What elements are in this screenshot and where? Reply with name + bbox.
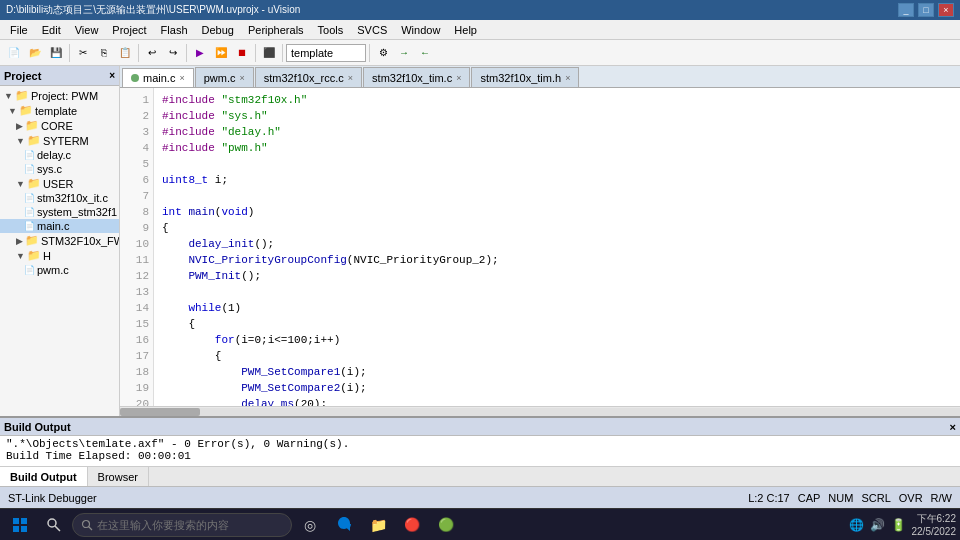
menu-window[interactable]: Window — [395, 22, 446, 38]
build-button[interactable]: ▶ — [190, 43, 210, 63]
panel-pin-icon[interactable]: × — [109, 70, 115, 81]
tab-tim-h[interactable]: stm32f10x_tim.h × — [471, 67, 579, 87]
toolbar-sep-5 — [282, 44, 283, 62]
panel-close-icon[interactable]: × — [950, 421, 956, 433]
svg-rect-2 — [13, 526, 19, 532]
tab-close-icon[interactable]: × — [179, 73, 184, 83]
rebuild-button[interactable]: ⏩ — [211, 43, 231, 63]
menu-svcs[interactable]: SVCS — [351, 22, 393, 38]
search-icon — [47, 518, 61, 532]
tree-sys-c[interactable]: 📄 sys.c — [0, 162, 119, 176]
tab-tim-h-label: stm32f10x_tim.h — [480, 72, 561, 84]
tree-stm32-it[interactable]: 📄 stm32f10x_it.c — [0, 191, 119, 205]
maximize-button[interactable]: □ — [918, 3, 934, 17]
toolbar-sep-1 — [69, 44, 70, 62]
menu-project[interactable]: Project — [106, 22, 152, 38]
svg-line-5 — [55, 526, 60, 531]
tab-rcc[interactable]: stm32f10x_rcc.c × — [255, 67, 362, 87]
clock-date: 22/5/2022 — [912, 525, 957, 538]
panel-header-icons: × — [109, 70, 115, 81]
build-output-header: Build Output × — [0, 418, 960, 436]
template-folder-icon: 📁 — [19, 104, 33, 117]
project-folder-icon: 📁 — [15, 89, 29, 102]
window-controls: _ □ × — [898, 3, 954, 17]
taskbar-clock[interactable]: 下午6:22 22/5/2022 — [912, 512, 957, 538]
cut-button[interactable]: ✂ — [73, 43, 93, 63]
tab-close-tim-h-icon[interactable]: × — [565, 73, 570, 83]
bottom-tab-bar: Build Output Browser — [0, 466, 960, 486]
toolbar-sep-3 — [186, 44, 187, 62]
tree-h[interactable]: ▼ 📁 H — [0, 248, 119, 263]
back-button[interactable]: ← — [415, 43, 435, 63]
close-button[interactable]: × — [938, 3, 954, 17]
tab-close-rcc-icon[interactable]: × — [348, 73, 353, 83]
settings-button[interactable]: ⚙ — [373, 43, 393, 63]
core-folder-icon: 📁 — [25, 119, 39, 132]
menu-debug[interactable]: Debug — [196, 22, 240, 38]
tree-syterm[interactable]: ▼ 📁 SYTERM — [0, 133, 119, 148]
file-icon: 📄 — [24, 150, 35, 160]
tab-main-c[interactable]: main.c × — [122, 68, 194, 88]
copy-button[interactable]: ⎘ — [94, 43, 114, 63]
menu-flash[interactable]: Flash — [155, 22, 194, 38]
tab-pwm-c[interactable]: pwm.c × — [195, 67, 254, 87]
tree-main-c[interactable]: 📄 main.c — [0, 219, 119, 233]
tree-pwm-c[interactable]: 📄 pwm.c — [0, 263, 119, 277]
windows-logo-icon — [12, 517, 28, 533]
menu-edit[interactable]: Edit — [36, 22, 67, 38]
project-tree: ▼ 📁 Project: PWM ▼ 📁 template ▶ 📁 CORE ▼… — [0, 86, 119, 416]
tree-fwlib[interactable]: ▶ 📁 STM32F10x_FWLib — [0, 233, 119, 248]
forward-button[interactable]: → — [394, 43, 414, 63]
tree-delay-c[interactable]: 📄 delay.c — [0, 148, 119, 162]
menu-tools[interactable]: Tools — [312, 22, 350, 38]
taskbar-app2[interactable]: 🟢 — [430, 511, 462, 539]
editor-horizontal-scroll[interactable] — [120, 406, 960, 416]
code-editor[interactable]: #include "stm32f10x.h" #include "sys.h" … — [154, 88, 960, 406]
volume-icon[interactable]: 🔊 — [870, 518, 885, 532]
tree-project-label: Project: PWM — [31, 90, 98, 102]
tab-build-output[interactable]: Build Output — [0, 467, 88, 486]
taskbar-search-input[interactable] — [97, 519, 283, 531]
taskbar-edge-button[interactable] — [328, 511, 360, 539]
redo-button[interactable]: ↪ — [163, 43, 183, 63]
taskbar-search-button[interactable] — [38, 511, 70, 539]
taskbar-search-bar[interactable] — [72, 513, 292, 537]
edge-icon — [336, 517, 352, 533]
menu-peripherals[interactable]: Peripherals — [242, 22, 310, 38]
network-icon[interactable]: 🌐 — [849, 518, 864, 532]
tab-browser[interactable]: Browser — [88, 467, 149, 486]
taskbar-file-explorer[interactable]: 📁 — [362, 511, 394, 539]
tree-user[interactable]: ▼ 📁 USER — [0, 176, 119, 191]
menubar: File Edit View Project Flash Debug Perip… — [0, 20, 960, 40]
tab-tim-c[interactable]: stm32f10x_tim.c × — [363, 67, 470, 87]
tab-tim-c-label: stm32f10x_tim.c — [372, 72, 452, 84]
tree-project-root[interactable]: ▼ 📁 Project: PWM — [0, 88, 119, 103]
debug-button[interactable]: ⬛ — [259, 43, 279, 63]
save-button[interactable]: 💾 — [46, 43, 66, 63]
undo-button[interactable]: ↩ — [142, 43, 162, 63]
toolbar-sep-4 — [255, 44, 256, 62]
minimize-button[interactable]: _ — [898, 3, 914, 17]
taskbar-cortana[interactable]: ◎ — [294, 511, 326, 539]
taskbar-system-icons: 🌐 🔊 🔋 下午6:22 22/5/2022 — [849, 512, 957, 538]
file-icon: 📄 — [24, 193, 35, 203]
menu-help[interactable]: Help — [448, 22, 483, 38]
start-button[interactable] — [4, 511, 36, 539]
stop-button[interactable]: ⏹ — [232, 43, 252, 63]
tab-close-tim-c-icon[interactable]: × — [456, 73, 461, 83]
tree-template[interactable]: ▼ 📁 template — [0, 103, 119, 118]
open-button[interactable]: 📂 — [25, 43, 45, 63]
tree-system-stm32[interactable]: 📄 system_stm32f1 — [0, 205, 119, 219]
new-file-button[interactable]: 📄 — [4, 43, 24, 63]
tab-close-pwm-icon[interactable]: × — [239, 73, 244, 83]
taskbar-app1[interactable]: 🔴 — [396, 511, 428, 539]
battery-icon[interactable]: 🔋 — [891, 518, 906, 532]
paste-button[interactable]: 📋 — [115, 43, 135, 63]
tree-core[interactable]: ▶ 📁 CORE — [0, 118, 119, 133]
toolbar-sep-6 — [369, 44, 370, 62]
target-selector[interactable] — [286, 44, 366, 62]
menu-view[interactable]: View — [69, 22, 105, 38]
menu-file[interactable]: File — [4, 22, 34, 38]
syterm-folder-icon: 📁 — [27, 134, 41, 147]
tree-fwlib-label: STM32F10x_FWLib — [41, 235, 119, 247]
